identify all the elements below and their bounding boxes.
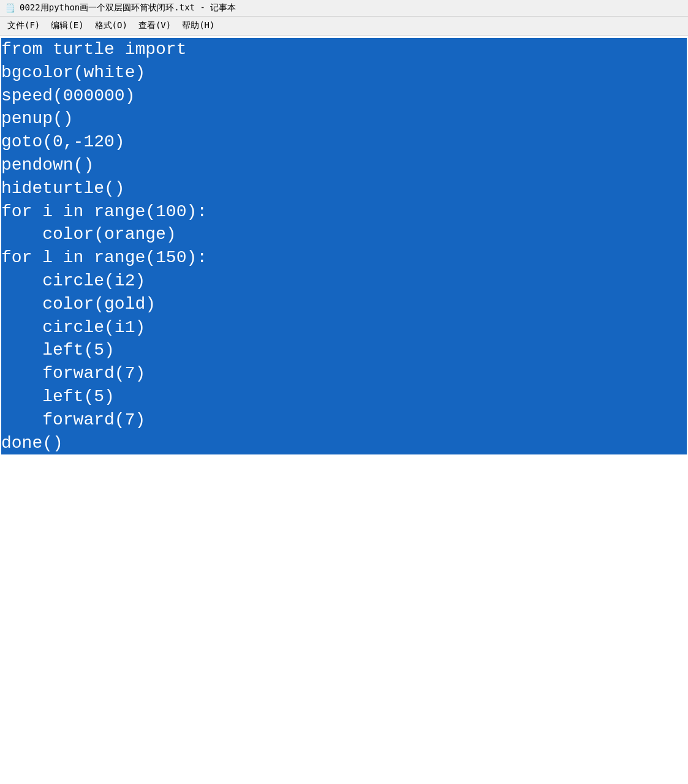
code-line: done() (1, 432, 687, 455)
window-title: 0022用python画一个双层圆环筒状闭环.txt - 记事本 (20, 2, 236, 13)
editor-area[interactable]: from turtle importbgcolor(white)speed(00… (0, 36, 688, 783)
menu-item-help[interactable]: 帮助(H) (177, 18, 219, 33)
title-bar: 🗒️ 0022用python画一个双层圆环筒状闭环.txt - 记事本 (0, 0, 688, 17)
menu-item-edit[interactable]: 编辑(E) (46, 18, 88, 33)
code-line: left(5) (1, 385, 687, 409)
code-line: color(orange) (1, 223, 687, 246)
code-line: for l in range(150): (1, 246, 687, 270)
code-line: penup() (1, 107, 687, 130)
notepad-icon: 🗒️ (5, 3, 15, 13)
code-line: circle(i1) (1, 316, 687, 339)
code-line: pendown() (1, 154, 687, 177)
code-line: forward(7) (1, 362, 687, 385)
code-line: hideturtle() (1, 177, 687, 200)
code-line: goto(0,-120) (1, 130, 687, 154)
menu-bar: 文件(F)编辑(E)格式(O)查看(V)帮助(H) (0, 17, 688, 36)
code-line: from turtle import (1, 38, 687, 61)
menu-item-file[interactable]: 文件(F) (2, 18, 45, 33)
code-line: left(5) (1, 339, 687, 362)
code-line: forward(7) (1, 409, 687, 432)
menu-item-format[interactable]: 格式(O) (90, 18, 132, 33)
code-line: for i in range(100): (1, 200, 687, 224)
code-line: color(gold) (1, 293, 687, 316)
menu-item-view[interactable]: 查看(V) (134, 18, 176, 33)
code-line: speed(000000) (1, 85, 687, 108)
code-line: circle(i2) (1, 270, 687, 293)
code-line: bgcolor(white) (1, 61, 687, 85)
